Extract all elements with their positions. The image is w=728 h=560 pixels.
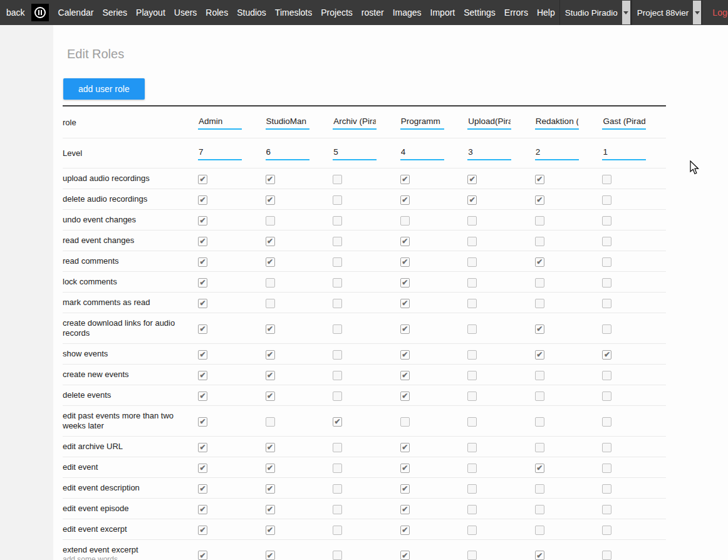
- level-input-2[interactable]: [333, 146, 377, 160]
- permission-checkbox-r17-c4[interactable]: ✔: [467, 551, 477, 560]
- logout-link[interactable]: Logout: [702, 8, 728, 18]
- permission-checkbox-r13-c3[interactable]: ✔: [400, 464, 410, 473]
- permission-checkbox-r10-c4[interactable]: ✔: [467, 391, 477, 401]
- nav-item-timeslots[interactable]: Timeslots: [271, 1, 316, 24]
- permission-checkbox-r14-c4[interactable]: ✔: [467, 484, 477, 494]
- permission-checkbox-r1-c5[interactable]: ✔: [535, 195, 544, 205]
- level-input-1[interactable]: [266, 146, 309, 160]
- permission-checkbox-r6-c4[interactable]: ✔: [467, 299, 477, 308]
- permission-checkbox-r2-c4[interactable]: ✔: [467, 216, 477, 226]
- permission-checkbox-r10-c3[interactable]: ✔: [400, 391, 410, 401]
- permission-checkbox-r2-c0[interactable]: ✔: [198, 216, 207, 226]
- permission-checkbox-r0-c5[interactable]: ✔: [535, 175, 544, 184]
- permission-checkbox-r16-c0[interactable]: ✔: [198, 526, 207, 535]
- permission-checkbox-r12-c2[interactable]: ✔: [333, 443, 342, 452]
- permission-checkbox-r11-c1[interactable]: ✔: [266, 417, 275, 427]
- permission-checkbox-r6-c5[interactable]: ✔: [535, 299, 544, 308]
- piradio-logo-icon[interactable]: [31, 4, 49, 21]
- permission-checkbox-r4-c6[interactable]: ✔: [602, 257, 611, 267]
- permission-checkbox-r3-c5[interactable]: ✔: [535, 237, 544, 246]
- permission-checkbox-r14-c0[interactable]: ✔: [198, 484, 207, 494]
- studio-select[interactable]: Studio Piradio: [559, 0, 632, 25]
- nav-item-settings[interactable]: Settings: [459, 1, 500, 24]
- permission-checkbox-r4-c4[interactable]: ✔: [467, 257, 477, 267]
- level-input-3[interactable]: [400, 146, 444, 160]
- permission-checkbox-r1-c4[interactable]: ✔: [467, 195, 477, 205]
- permission-checkbox-r5-c1[interactable]: ✔: [266, 278, 275, 288]
- nav-item-roles[interactable]: Roles: [201, 1, 232, 24]
- permission-checkbox-r9-c6[interactable]: ✔: [602, 371, 611, 380]
- back-link[interactable]: back: [6, 8, 25, 18]
- permission-checkbox-r14-c1[interactable]: ✔: [266, 484, 275, 494]
- permission-checkbox-r13-c6[interactable]: ✔: [602, 464, 611, 473]
- permission-checkbox-r17-c0[interactable]: ✔: [198, 551, 207, 560]
- permission-checkbox-r17-c5[interactable]: ✔: [535, 551, 544, 560]
- add-user-role-button[interactable]: add user role: [63, 78, 145, 100]
- nav-item-projects[interactable]: Projects: [316, 1, 357, 24]
- role-name-input-3[interactable]: [400, 115, 444, 130]
- permission-checkbox-r5-c0[interactable]: ✔: [198, 278, 207, 288]
- permission-checkbox-r12-c5[interactable]: ✔: [535, 443, 544, 452]
- permission-checkbox-r16-c6[interactable]: ✔: [602, 526, 611, 535]
- permission-checkbox-r2-c5[interactable]: ✔: [535, 216, 544, 226]
- permission-checkbox-r16-c4[interactable]: ✔: [467, 526, 477, 535]
- permission-checkbox-r9-c4[interactable]: ✔: [467, 371, 477, 380]
- permission-checkbox-r16-c3[interactable]: ✔: [400, 526, 410, 535]
- permission-checkbox-r5-c2[interactable]: ✔: [333, 278, 342, 288]
- nav-item-images[interactable]: Images: [388, 1, 426, 24]
- permission-checkbox-r12-c6[interactable]: ✔: [602, 443, 611, 452]
- permission-checkbox-r12-c0[interactable]: ✔: [198, 443, 207, 452]
- permission-checkbox-r6-c0[interactable]: ✔: [198, 299, 207, 308]
- nav-item-roster[interactable]: roster: [357, 1, 388, 24]
- permission-checkbox-r8-c6[interactable]: ✔: [602, 350, 611, 360]
- permission-checkbox-r17-c3[interactable]: ✔: [400, 551, 410, 560]
- permission-checkbox-r11-c3[interactable]: ✔: [400, 417, 410, 427]
- nav-item-import[interactable]: Import: [426, 1, 460, 24]
- permission-checkbox-r0-c6[interactable]: ✔: [602, 175, 611, 184]
- permission-checkbox-r15-c4[interactable]: ✔: [467, 505, 477, 514]
- permission-checkbox-r7-c4[interactable]: ✔: [467, 324, 477, 334]
- nav-item-playout[interactable]: Playout: [132, 1, 170, 24]
- permission-checkbox-r13-c0[interactable]: ✔: [198, 464, 207, 473]
- role-name-input-1[interactable]: [266, 115, 309, 130]
- permission-checkbox-r1-c6[interactable]: ✔: [602, 195, 611, 205]
- permission-checkbox-r6-c2[interactable]: ✔: [333, 299, 342, 308]
- level-input-5[interactable]: [535, 146, 579, 160]
- permission-checkbox-r5-c3[interactable]: ✔: [400, 278, 410, 288]
- permission-checkbox-r5-c6[interactable]: ✔: [602, 278, 611, 288]
- permission-checkbox-r5-c5[interactable]: ✔: [535, 278, 544, 288]
- permission-checkbox-r12-c3[interactable]: ✔: [400, 443, 410, 452]
- permission-checkbox-r8-c4[interactable]: ✔: [467, 350, 477, 360]
- chevron-down-icon[interactable]: [693, 1, 701, 24]
- permission-checkbox-r2-c2[interactable]: ✔: [333, 216, 342, 226]
- permission-checkbox-r4-c1[interactable]: ✔: [266, 257, 275, 267]
- permission-checkbox-r11-c0[interactable]: ✔: [198, 417, 207, 427]
- permission-checkbox-r15-c0[interactable]: ✔: [198, 505, 207, 514]
- permission-checkbox-r3-c3[interactable]: ✔: [400, 237, 410, 246]
- permission-checkbox-r0-c0[interactable]: ✔: [198, 175, 207, 184]
- permission-checkbox-r17-c2[interactable]: ✔: [333, 551, 342, 560]
- permission-checkbox-r1-c1[interactable]: ✔: [266, 195, 275, 205]
- permission-checkbox-r6-c1[interactable]: ✔: [266, 299, 275, 308]
- permission-checkbox-r9-c3[interactable]: ✔: [400, 371, 410, 380]
- permission-checkbox-r9-c5[interactable]: ✔: [535, 371, 544, 380]
- permission-checkbox-r6-c6[interactable]: ✔: [602, 299, 611, 308]
- permission-checkbox-r3-c6[interactable]: ✔: [602, 237, 611, 246]
- role-name-input-4[interactable]: [467, 115, 511, 130]
- permission-checkbox-r8-c0[interactable]: ✔: [198, 350, 207, 360]
- permission-checkbox-r9-c0[interactable]: ✔: [198, 371, 207, 380]
- level-input-0[interactable]: [198, 146, 242, 160]
- permission-checkbox-r7-c1[interactable]: ✔: [266, 324, 275, 334]
- role-name-input-2[interactable]: [333, 115, 377, 130]
- permission-checkbox-r16-c1[interactable]: ✔: [266, 526, 275, 535]
- permission-checkbox-r10-c1[interactable]: ✔: [266, 391, 275, 401]
- nav-item-users[interactable]: Users: [170, 1, 202, 24]
- permission-checkbox-r11-c4[interactable]: ✔: [467, 417, 477, 427]
- permission-checkbox-r16-c2[interactable]: ✔: [333, 526, 342, 535]
- permission-checkbox-r2-c6[interactable]: ✔: [602, 216, 611, 226]
- permission-checkbox-r9-c1[interactable]: ✔: [266, 371, 275, 380]
- permission-checkbox-r3-c0[interactable]: ✔: [198, 237, 207, 246]
- permission-checkbox-r14-c3[interactable]: ✔: [400, 484, 410, 494]
- permission-checkbox-r8-c2[interactable]: ✔: [333, 350, 342, 360]
- permission-checkbox-r4-c5[interactable]: ✔: [535, 257, 544, 267]
